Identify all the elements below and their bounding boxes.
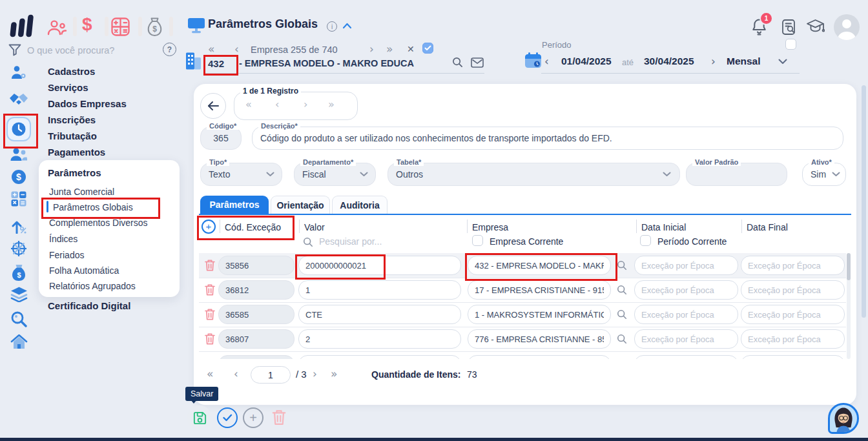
page-last-button[interactable]: » bbox=[331, 367, 337, 380]
page-first-button[interactable]: « bbox=[207, 367, 213, 380]
row-data-final-input[interactable] bbox=[741, 305, 845, 324]
row-data-final-input[interactable] bbox=[741, 256, 845, 275]
row-data-final-input[interactable] bbox=[741, 280, 845, 300]
record-last-button[interactable]: » bbox=[328, 98, 335, 110]
row-cod-excecao-input[interactable] bbox=[218, 355, 294, 359]
search-magnifier-icon[interactable] bbox=[11, 311, 27, 327]
row-empresa-input[interactable] bbox=[468, 256, 611, 275]
graduation-cap-icon[interactable] bbox=[806, 19, 825, 34]
company-filter-checkbox[interactable] bbox=[422, 43, 433, 54]
company-close-icon[interactable]: ✕ bbox=[407, 44, 415, 54]
person-gear-icon[interactable] bbox=[10, 65, 27, 80]
sidebar-item-tributacao[interactable]: Tributação bbox=[48, 130, 97, 141]
row-valor-input[interactable] bbox=[298, 305, 461, 324]
period-checkbox[interactable] bbox=[785, 39, 796, 50]
table-scrollbar-thumb[interactable] bbox=[847, 253, 851, 280]
sidebar-item-junta-comercial[interactable]: Junta Comercial bbox=[49, 187, 114, 197]
valor-search-input[interactable] bbox=[318, 236, 437, 247]
record-first-button[interactable]: « bbox=[245, 98, 252, 110]
save-button[interactable] bbox=[187, 405, 212, 430]
sidebar-item-cadastros[interactable]: Cadastros bbox=[48, 66, 95, 77]
row-valor-input[interactable] bbox=[298, 256, 461, 275]
row-data-inicial-input[interactable] bbox=[634, 329, 738, 349]
row-data-final-input[interactable] bbox=[741, 329, 845, 349]
people-icon[interactable] bbox=[10, 147, 28, 161]
tabela-select[interactable]: Outros bbox=[388, 163, 680, 186]
row-empresa-input[interactable] bbox=[468, 305, 611, 324]
period-start-date[interactable]: 01/04/2025 bbox=[561, 56, 612, 67]
company-prev-button[interactable]: ‹ bbox=[234, 43, 239, 56]
row-valor-input[interactable] bbox=[298, 329, 461, 349]
company-last-button[interactable]: » bbox=[386, 43, 393, 56]
row-empresa-search-icon[interactable] bbox=[617, 334, 627, 344]
period-mode-chevron-down-icon[interactable] bbox=[778, 59, 787, 65]
add-exception-button[interactable]: + bbox=[202, 220, 216, 234]
row-empresa-input[interactable] bbox=[468, 355, 611, 359]
rate-increase-icon[interactable] bbox=[11, 217, 26, 234]
assistant-avatar[interactable] bbox=[828, 403, 859, 434]
sidebar-item-parametros-globais[interactable]: Parâmetros Globais bbox=[53, 202, 133, 212]
period-prev-button[interactable]: ‹ bbox=[544, 55, 549, 68]
row-cod-excecao-input[interactable] bbox=[218, 305, 294, 324]
sidebar-item-dados-empresas[interactable]: Dados Empresas bbox=[48, 98, 127, 109]
record-prev-button[interactable]: ‹ bbox=[275, 98, 279, 110]
page-scrollbar-thumb[interactable] bbox=[862, 85, 866, 318]
delete-row-icon[interactable] bbox=[204, 307, 216, 321]
handshake-icon[interactable] bbox=[9, 92, 28, 106]
delete-row-icon[interactable] bbox=[204, 332, 216, 345]
tab-orientacao[interactable]: Orientação bbox=[271, 196, 330, 214]
collapse-chevron-up-icon[interactable] bbox=[342, 23, 352, 29]
sidebar-item-relatorios-agrupados[interactable]: Relatórios Agrupados bbox=[49, 281, 136, 291]
payments-dollar-icon[interactable]: $ bbox=[82, 14, 92, 35]
user-avatar[interactable] bbox=[834, 14, 860, 40]
period-mode-select[interactable]: Mensal bbox=[727, 56, 761, 67]
row-empresa-search-icon[interactable] bbox=[617, 260, 627, 271]
company-search-icon[interactable] bbox=[452, 57, 463, 68]
row-valor-input[interactable] bbox=[298, 355, 461, 359]
row-cod-excecao-input[interactable] bbox=[218, 280, 294, 300]
info-icon[interactable]: i bbox=[327, 21, 337, 32]
employees-icon[interactable] bbox=[46, 18, 67, 36]
row-empresa-search-icon[interactable] bbox=[617, 285, 627, 295]
filter-icon[interactable] bbox=[8, 44, 21, 56]
descricao-field[interactable]: Código do produto a ser utilizado nos co… bbox=[252, 127, 843, 150]
valor-padrao-field[interactable] bbox=[686, 163, 787, 186]
empresa-corrente-checkbox[interactable] bbox=[472, 235, 483, 246]
dollar-circle-icon[interactable]: $ bbox=[11, 169, 26, 185]
delete-row-icon[interactable] bbox=[204, 283, 216, 296]
calculator-blue-icon[interactable] bbox=[11, 191, 26, 207]
sidebar-item-indices[interactable]: Índices bbox=[49, 234, 78, 244]
sidebar-item-pagamentos[interactable]: Pagamentos bbox=[48, 147, 105, 158]
page-next-button[interactable]: › bbox=[313, 367, 317, 380]
tab-parametros[interactable]: Parâmetros bbox=[200, 196, 269, 214]
row-empresa-search-icon[interactable] bbox=[617, 309, 627, 320]
row-empresa-input[interactable] bbox=[468, 280, 611, 300]
sidebar-item-feriados[interactable]: Feriados bbox=[49, 250, 84, 260]
money-bag-blue-icon[interactable]: $ bbox=[11, 263, 27, 282]
row-data-inicial-input[interactable] bbox=[634, 355, 738, 359]
row-cod-excecao-input[interactable] bbox=[218, 256, 294, 275]
row-data-inicial-input[interactable] bbox=[634, 305, 738, 324]
sidebar-search-input[interactable]: O que você procura? bbox=[27, 45, 114, 56]
company-next-button[interactable]: › bbox=[369, 43, 374, 56]
tab-auditoria[interactable]: Auditoria bbox=[332, 196, 388, 214]
clock-icon[interactable] bbox=[6, 117, 31, 141]
page-number-input[interactable]: 1 bbox=[251, 366, 291, 384]
company-mail-icon[interactable] bbox=[471, 57, 484, 68]
codigo-field[interactable]: 365 bbox=[200, 127, 242, 150]
brand-logo[interactable] bbox=[10, 14, 37, 37]
sidebar-item-servicos[interactable]: Serviços bbox=[48, 82, 88, 93]
period-next-button[interactable]: › bbox=[711, 55, 716, 68]
sidebar-item-certificado-digital[interactable]: Certificado Digital bbox=[48, 300, 130, 311]
page-prev-button[interactable]: ‹ bbox=[234, 367, 238, 380]
row-data-inicial-input[interactable] bbox=[634, 280, 738, 300]
row-valor-input[interactable] bbox=[298, 280, 461, 300]
row-cod-excecao-input[interactable] bbox=[218, 329, 294, 349]
globe-gear-icon[interactable] bbox=[10, 240, 27, 257]
row-data-final-input[interactable] bbox=[741, 355, 845, 359]
add-button[interactable]: + bbox=[243, 407, 264, 428]
sidebar-item-folha-automatica[interactable]: Folha Automática bbox=[49, 265, 119, 276]
sidebar-item-inscricoes[interactable]: Inscrições bbox=[48, 114, 96, 125]
record-next-button[interactable]: › bbox=[304, 98, 307, 110]
company-first-button[interactable]: « bbox=[208, 43, 214, 56]
